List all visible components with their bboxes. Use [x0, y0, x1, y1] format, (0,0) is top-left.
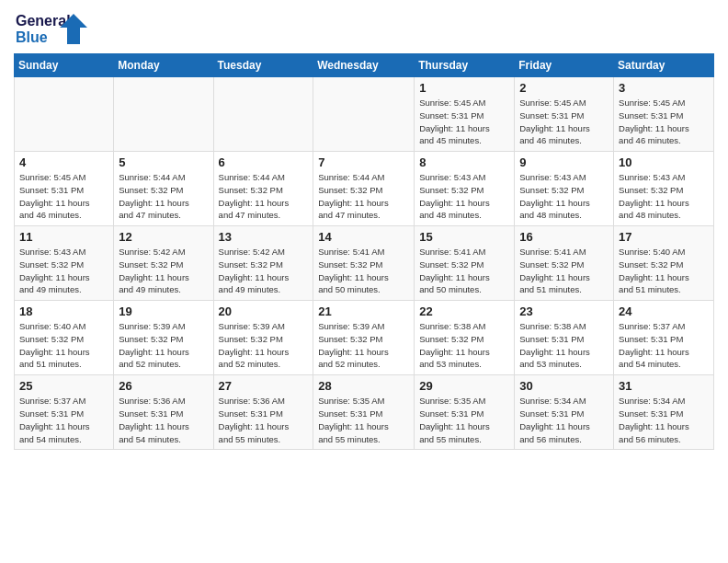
weekday-header-sunday: Sunday — [15, 54, 114, 77]
day-info: Sunrise: 5:37 AM Sunset: 5:31 PM Dayligh… — [19, 395, 108, 445]
calendar-cell: 17Sunrise: 5:40 AM Sunset: 5:32 PM Dayli… — [614, 226, 714, 301]
day-info: Sunrise: 5:36 AM Sunset: 5:31 PM Dayligh… — [219, 395, 309, 445]
calendar-cell: 25Sunrise: 5:37 AM Sunset: 5:31 PM Dayli… — [15, 375, 114, 450]
day-number: 23 — [519, 304, 609, 318]
calendar-cell: 11Sunrise: 5:43 AM Sunset: 5:32 PM Dayli… — [15, 226, 114, 301]
calendar-cell: 13Sunrise: 5:42 AM Sunset: 5:32 PM Dayli… — [213, 226, 313, 301]
day-number: 22 — [419, 304, 509, 318]
calendar-cell: 7Sunrise: 5:44 AM Sunset: 5:32 PM Daylig… — [313, 152, 415, 226]
calendar-cell — [114, 77, 213, 152]
day-number: 1 — [419, 81, 509, 95]
weekday-header-monday: Monday — [114, 54, 213, 77]
calendar-cell: 28Sunrise: 5:35 AM Sunset: 5:31 PM Dayli… — [313, 375, 415, 450]
calendar-cell: 24Sunrise: 5:37 AM Sunset: 5:31 PM Dayli… — [614, 301, 714, 375]
calendar-cell: 4Sunrise: 5:45 AM Sunset: 5:31 PM Daylig… — [15, 152, 114, 226]
day-number: 5 — [119, 155, 208, 169]
calendar-cell: 2Sunrise: 5:45 AM Sunset: 5:31 PM Daylig… — [515, 77, 614, 152]
weekday-header-wednesday: Wednesday — [313, 54, 415, 77]
day-number: 15 — [419, 230, 509, 244]
day-info: Sunrise: 5:44 AM Sunset: 5:32 PM Dayligh… — [119, 171, 208, 222]
day-info: Sunrise: 5:45 AM Sunset: 5:31 PM Dayligh… — [419, 97, 509, 147]
weekday-header-thursday: Thursday — [415, 54, 515, 77]
calendar-cell: 19Sunrise: 5:39 AM Sunset: 5:32 PM Dayli… — [114, 301, 213, 375]
weekday-header-row: SundayMondayTuesdayWednesdayThursdayFrid… — [15, 54, 714, 77]
calendar-week-5: 25Sunrise: 5:37 AM Sunset: 5:31 PM Dayli… — [15, 375, 714, 450]
day-number: 3 — [619, 81, 709, 95]
day-number: 14 — [318, 230, 409, 244]
calendar-table: SundayMondayTuesdayWednesdayThursdayFrid… — [14, 53, 714, 450]
calendar-week-3: 11Sunrise: 5:43 AM Sunset: 5:32 PM Dayli… — [15, 226, 714, 301]
day-info: Sunrise: 5:39 AM Sunset: 5:32 PM Dayligh… — [318, 320, 409, 371]
day-number: 12 — [119, 230, 208, 244]
svg-text:Blue: Blue — [16, 29, 48, 45]
day-info: Sunrise: 5:38 AM Sunset: 5:32 PM Dayligh… — [419, 320, 509, 371]
day-info: Sunrise: 5:35 AM Sunset: 5:31 PM Dayligh… — [419, 395, 509, 445]
day-info: Sunrise: 5:41 AM Sunset: 5:32 PM Dayligh… — [519, 246, 609, 296]
calendar-cell: 6Sunrise: 5:44 AM Sunset: 5:32 PM Daylig… — [213, 152, 313, 226]
day-info: Sunrise: 5:41 AM Sunset: 5:32 PM Dayligh… — [419, 246, 509, 296]
day-info: Sunrise: 5:39 AM Sunset: 5:32 PM Dayligh… — [119, 320, 208, 371]
day-number: 29 — [419, 379, 509, 393]
calendar-cell: 20Sunrise: 5:39 AM Sunset: 5:32 PM Dayli… — [213, 301, 313, 375]
calendar-cell: 26Sunrise: 5:36 AM Sunset: 5:31 PM Dayli… — [114, 375, 213, 450]
calendar-cell: 29Sunrise: 5:35 AM Sunset: 5:31 PM Dayli… — [415, 375, 515, 450]
weekday-header-saturday: Saturday — [614, 54, 714, 77]
calendar-cell — [313, 77, 415, 152]
day-number: 8 — [419, 155, 509, 169]
calendar-cell: 22Sunrise: 5:38 AM Sunset: 5:32 PM Dayli… — [415, 301, 515, 375]
calendar-cell — [213, 77, 313, 152]
day-number: 6 — [219, 155, 309, 169]
calendar-cell: 15Sunrise: 5:41 AM Sunset: 5:32 PM Dayli… — [415, 226, 515, 301]
day-number: 18 — [19, 304, 108, 318]
calendar-cell: 5Sunrise: 5:44 AM Sunset: 5:32 PM Daylig… — [114, 152, 213, 226]
logo: GeneralBlue — [14, 9, 87, 46]
calendar-cell — [15, 77, 114, 152]
logo-icon: GeneralBlue — [14, 9, 87, 46]
day-number: 20 — [219, 304, 309, 318]
day-number: 24 — [619, 304, 709, 318]
day-info: Sunrise: 5:36 AM Sunset: 5:31 PM Dayligh… — [119, 395, 208, 445]
day-number: 19 — [119, 304, 208, 318]
day-info: Sunrise: 5:43 AM Sunset: 5:32 PM Dayligh… — [19, 246, 108, 296]
day-number: 28 — [318, 379, 409, 393]
day-number: 25 — [19, 379, 108, 393]
day-info: Sunrise: 5:45 AM Sunset: 5:31 PM Dayligh… — [519, 97, 609, 147]
weekday-header-friday: Friday — [515, 54, 614, 77]
day-info: Sunrise: 5:38 AM Sunset: 5:31 PM Dayligh… — [519, 320, 609, 371]
calendar-cell: 12Sunrise: 5:42 AM Sunset: 5:32 PM Dayli… — [114, 226, 213, 301]
day-info: Sunrise: 5:37 AM Sunset: 5:31 PM Dayligh… — [619, 320, 709, 371]
weekday-header-tuesday: Tuesday — [213, 54, 313, 77]
day-number: 21 — [318, 304, 409, 318]
day-number: 4 — [19, 155, 108, 169]
day-info: Sunrise: 5:35 AM Sunset: 5:31 PM Dayligh… — [318, 395, 409, 445]
calendar-cell: 14Sunrise: 5:41 AM Sunset: 5:32 PM Dayli… — [313, 226, 415, 301]
day-info: Sunrise: 5:43 AM Sunset: 5:32 PM Dayligh… — [419, 171, 509, 222]
calendar-cell: 18Sunrise: 5:40 AM Sunset: 5:32 PM Dayli… — [15, 301, 114, 375]
calendar-cell: 9Sunrise: 5:43 AM Sunset: 5:32 PM Daylig… — [515, 152, 614, 226]
day-info: Sunrise: 5:43 AM Sunset: 5:32 PM Dayligh… — [619, 171, 709, 222]
day-info: Sunrise: 5:40 AM Sunset: 5:32 PM Dayligh… — [19, 320, 108, 371]
day-number: 2 — [519, 81, 609, 95]
day-info: Sunrise: 5:39 AM Sunset: 5:32 PM Dayligh… — [219, 320, 309, 371]
calendar-cell: 10Sunrise: 5:43 AM Sunset: 5:32 PM Dayli… — [614, 152, 714, 226]
calendar-cell: 31Sunrise: 5:34 AM Sunset: 5:31 PM Dayli… — [614, 375, 714, 450]
calendar-week-4: 18Sunrise: 5:40 AM Sunset: 5:32 PM Dayli… — [15, 301, 714, 375]
day-info: Sunrise: 5:42 AM Sunset: 5:32 PM Dayligh… — [119, 246, 208, 296]
day-number: 16 — [519, 230, 609, 244]
day-info: Sunrise: 5:34 AM Sunset: 5:31 PM Dayligh… — [519, 395, 609, 445]
calendar-cell: 3Sunrise: 5:45 AM Sunset: 5:31 PM Daylig… — [614, 77, 714, 152]
day-info: Sunrise: 5:34 AM Sunset: 5:31 PM Dayligh… — [619, 395, 709, 445]
day-info: Sunrise: 5:45 AM Sunset: 5:31 PM Dayligh… — [19, 171, 108, 222]
day-info: Sunrise: 5:43 AM Sunset: 5:32 PM Dayligh… — [519, 171, 609, 222]
day-info: Sunrise: 5:40 AM Sunset: 5:32 PM Dayligh… — [619, 246, 709, 296]
day-info: Sunrise: 5:41 AM Sunset: 5:32 PM Dayligh… — [318, 246, 409, 296]
day-number: 11 — [19, 230, 108, 244]
day-info: Sunrise: 5:44 AM Sunset: 5:32 PM Dayligh… — [318, 171, 409, 222]
calendar-week-1: 1Sunrise: 5:45 AM Sunset: 5:31 PM Daylig… — [15, 77, 714, 152]
day-number: 9 — [519, 155, 609, 169]
day-number: 10 — [619, 155, 709, 169]
day-number: 27 — [219, 379, 309, 393]
calendar-week-2: 4Sunrise: 5:45 AM Sunset: 5:31 PM Daylig… — [15, 152, 714, 226]
calendar-cell: 8Sunrise: 5:43 AM Sunset: 5:32 PM Daylig… — [415, 152, 515, 226]
day-number: 31 — [619, 379, 709, 393]
